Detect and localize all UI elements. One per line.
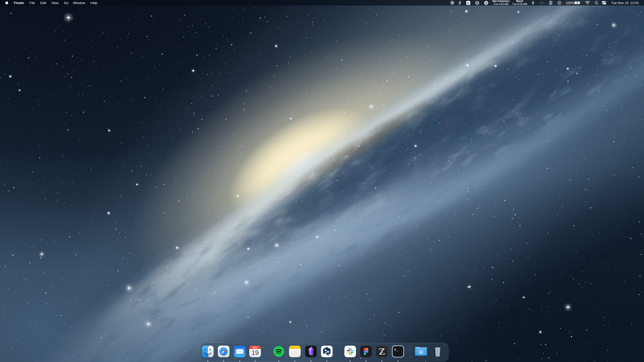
svg-text:>_: >_ — [394, 348, 399, 352]
svg-text:19: 19 — [252, 349, 259, 356]
svg-text:NOV: NOV — [253, 347, 257, 349]
